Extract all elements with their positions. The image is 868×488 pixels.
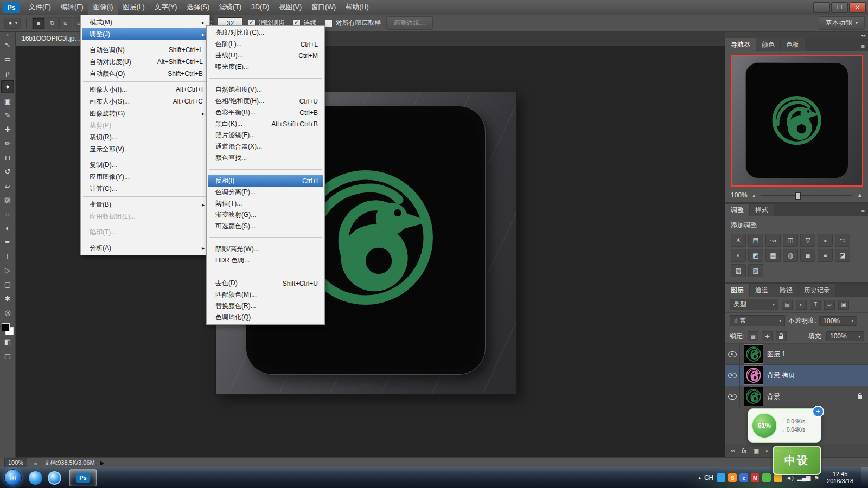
tray-icon-sogou[interactable]: S <box>728 473 737 482</box>
menubar-item[interactable]: 窗口(W) <box>307 0 341 15</box>
lasso-tool[interactable]: ρ <box>1 66 14 79</box>
tray-icon-browser[interactable]: e <box>739 473 748 482</box>
adj-black-white[interactable]: ◐ <box>731 249 746 262</box>
menubar-item[interactable]: 图层(L) <box>118 0 149 15</box>
slider-thumb[interactable] <box>795 192 801 200</box>
quick-mask-button[interactable]: ◧ <box>1 335 14 348</box>
adjustments-submenu-item[interactable]: 替换颜色(R)... <box>208 300 323 312</box>
menubar-item-image[interactable]: 图像(I) <box>88 0 118 15</box>
menubar-item[interactable]: 3D(D) <box>246 0 274 15</box>
panel-menu-icon[interactable]: ≡ <box>861 288 868 297</box>
adjustments-submenu-item[interactable]: 照片滤镜(F)... <box>208 130 323 141</box>
marquee-tool[interactable]: ▭ <box>1 52 14 65</box>
show-desktop-button[interactable] <box>861 467 868 488</box>
magic-wand-tool[interactable]: ✦ <box>1 80 14 93</box>
panel-menu-icon[interactable]: ≡ <box>861 43 868 51</box>
taskbar-clock[interactable]: 12:45 2016/3/18 <box>822 471 858 485</box>
adjustments-submenu-item[interactable]: 阈值(T)... <box>208 198 323 209</box>
language-indicator[interactable]: CH <box>704 474 713 481</box>
image-menu-item[interactable]: 图像旋转(G) <box>82 107 208 119</box>
tab-swatches[interactable]: 色板 <box>781 38 805 51</box>
foreground-color-swatch[interactable] <box>2 323 10 331</box>
status-menu-arrow[interactable]: ▶ <box>100 460 105 466</box>
zoom-level-field[interactable]: 100% <box>4 458 27 467</box>
layer-visibility-toggle[interactable] <box>725 344 740 364</box>
blend-mode-dropdown[interactable]: 正常 <box>730 315 785 326</box>
opacity-dropdown[interactable]: 100% <box>819 316 857 326</box>
hand-tool[interactable]: ✱ <box>1 292 14 305</box>
image-menu-item[interactable]: 自动颜色(O)Shift+Ctrl+B <box>82 68 208 80</box>
color-swatches[interactable] <box>2 323 14 335</box>
add-task-button[interactable]: + <box>812 406 824 418</box>
image-menu-item[interactable] <box>82 195 208 198</box>
layer-visibility-toggle[interactable] <box>725 365 740 386</box>
zoom-tool[interactable]: ◎ <box>1 306 14 319</box>
image-menu-item[interactable]: 图像大小(I)...Alt+Ctrl+I <box>82 84 208 95</box>
image-menu-item[interactable]: 裁切(R)... <box>82 131 208 143</box>
adjustments-submenu-item[interactable]: HDR 色调... <box>208 255 323 266</box>
adjustments-submenu-item[interactable] <box>208 164 323 175</box>
tab-paths[interactable]: 路径 <box>774 284 798 297</box>
pen-tool[interactable]: ✒ <box>1 235 14 248</box>
eraser-tool[interactable]: ▱ <box>1 179 14 192</box>
filter-shape-layers-icon[interactable]: ▱ <box>824 300 835 310</box>
document-tab[interactable]: 16b1OOOPIC3f.jp… <box>15 31 88 46</box>
adjustments-submenu-item[interactable]: 曲线(U)...Ctrl+M <box>208 50 323 61</box>
adj-curves[interactable]: ↝ <box>765 234 781 247</box>
menu-item-mode[interactable]: 模式(M) <box>82 16 208 28</box>
image-menu-item[interactable] <box>82 40 208 44</box>
adjustments-submenu-item[interactable]: 自然饱和度(V)... <box>208 84 323 95</box>
adjustments-submenu-item[interactable] <box>208 266 323 278</box>
adjustments-submenu-item[interactable]: 色相/饱和度(H)...Ctrl+U <box>208 95 323 107</box>
adj-invert[interactable]: ◙ <box>800 249 815 262</box>
adjustments-submenu-item[interactable]: 色阶(L)...Ctrl+L <box>208 38 323 50</box>
speed-card[interactable]: 61% ↑0.04K/s ↓0.04K/s + <box>748 408 821 443</box>
maximize-button[interactable]: ❐ <box>831 2 848 13</box>
close-button[interactable]: ✕ <box>849 2 866 13</box>
quick-launch-app-icon[interactable] <box>48 471 61 485</box>
healing-brush-tool[interactable]: ✚ <box>1 123 14 136</box>
fill-dropdown[interactable]: 100% <box>826 331 864 341</box>
image-menu-item[interactable]: 自动对比度(U)Alt+Shift+Ctrl+L <box>82 56 208 68</box>
brand-badge[interactable]: 中设 <box>773 446 821 475</box>
背景[interactable]: 背景 <box>725 386 868 407</box>
navigator-zoom-value[interactable]: 100% <box>731 191 748 199</box>
zoom-out-icon[interactable]: ▲ <box>752 193 756 198</box>
filter-adjustment-layers-icon[interactable]: ◐ <box>796 300 807 310</box>
adj-color-balance[interactable]: ⇋ <box>835 234 850 247</box>
menu-item-adjustments[interactable]: 调整(J) <box>82 28 208 40</box>
crop-tool[interactable]: ▣ <box>1 94 14 107</box>
背景 拷贝[interactable]: 背景 拷贝 <box>725 365 868 386</box>
screen-mode-button[interactable]: ▢ <box>1 349 14 362</box>
network-icon[interactable]: ▂▄▆ <box>797 474 810 481</box>
adjustments-submenu-item[interactable]: 可选颜色(S)... <box>208 221 323 232</box>
image-menu-item[interactable]: 复制(D)... <box>82 159 208 171</box>
adj-exposure[interactable]: ◫ <box>783 234 798 247</box>
adjustments-submenu-item[interactable]: 色调均化(Q) <box>208 312 323 323</box>
panel-menu-icon[interactable]: ≡ <box>861 208 868 216</box>
image-menu-item[interactable] <box>82 222 208 226</box>
navigator-zoom-slider[interactable] <box>761 195 852 196</box>
adjustments-submenu-item[interactable]: 色彩平衡(B)...Ctrl+B <box>208 107 323 118</box>
filter-smart-object-icon[interactable]: ▣ <box>838 300 849 310</box>
adjustments-submenu-item[interactable]: 通道混合器(X)... <box>208 141 323 152</box>
adjustments-submenu-item[interactable]: 去色(D)Shift+Ctrl+U <box>208 278 323 289</box>
volume-icon[interactable]: ◄⟩ <box>786 474 794 481</box>
adj-threshold[interactable]: ◪ <box>835 249 850 262</box>
adj-hue-saturation[interactable]: ◒ <box>818 234 833 247</box>
adj-levels[interactable]: ▤ <box>748 234 763 247</box>
action-center-flag-icon[interactable]: ⚑ <box>814 474 819 481</box>
adjustments-submenu-item[interactable]: 黑白(K)...Alt+Shift+Ctrl+B <box>208 118 323 130</box>
adjustments-submenu-item[interactable]: 曝光度(E)... <box>208 61 323 73</box>
eyedropper-tool[interactable]: ✎ <box>1 108 14 121</box>
layer-style-icon[interactable]: fx <box>742 447 747 454</box>
图层 1[interactable]: 图层 1 <box>725 344 868 365</box>
sample-all-layers-checkbox[interactable]: 对所有图层取样 <box>325 18 381 28</box>
adjustments-submenu-item[interactable]: 阴影/高光(W)... <box>208 243 323 255</box>
tab-adjustments[interactable]: 调整 <box>725 204 749 216</box>
adjustments-submenu-item[interactable]: 颜色查找... <box>208 152 323 164</box>
zoom-in-icon[interactable]: ▲ <box>857 191 863 199</box>
image-menu-item[interactable]: 显示全部(V) <box>82 143 208 155</box>
adjustments-submenu-item[interactable]: 色调分离(P)... <box>208 187 323 198</box>
menubar-item[interactable]: 文字(Y) <box>150 0 182 15</box>
